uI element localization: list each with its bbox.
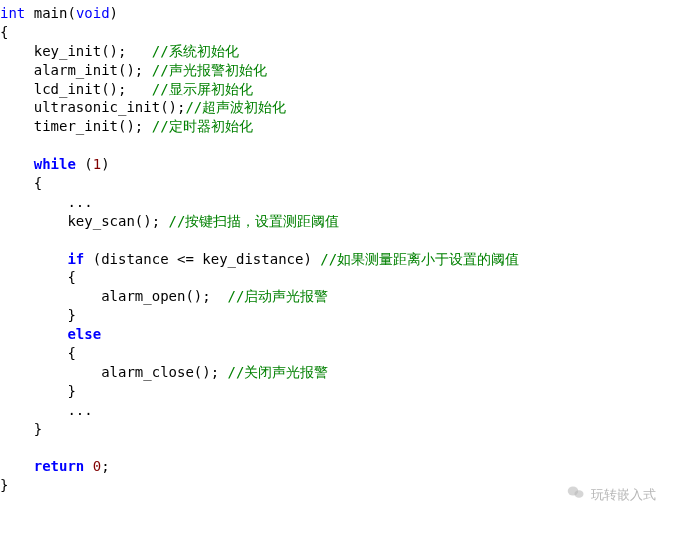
brace-close: } [0, 477, 8, 493]
code-text: ) [110, 5, 118, 21]
keyword-return: return [34, 458, 85, 474]
ellipsis: ... [0, 402, 93, 418]
code-text: timer_init(); [0, 118, 152, 134]
brace-close: } [0, 307, 76, 323]
comment: //定时器初始化 [152, 118, 253, 134]
indent [0, 251, 67, 267]
brace-open: { [0, 24, 8, 40]
brace-open: { [0, 345, 76, 361]
comment: //按键扫描，设置测距阈值 [169, 213, 340, 229]
comment: //关闭声光报警 [228, 364, 329, 380]
keyword-while: while [34, 156, 76, 172]
number-zero: 0 [93, 458, 101, 474]
comment: //超声波初始化 [185, 99, 286, 115]
indent [0, 156, 34, 172]
brace-close: } [0, 421, 42, 437]
code-text: alarm_close(); [0, 364, 228, 380]
type-void: void [76, 5, 110, 21]
type-int: int [0, 5, 25, 21]
brace-open: { [0, 175, 42, 191]
code-text: alarm_init(); [0, 62, 152, 78]
indent [0, 326, 67, 342]
comment: //声光报警初始化 [152, 62, 267, 78]
code-text: ( [76, 156, 93, 172]
ellipsis: ... [0, 194, 93, 210]
comment: //系统初始化 [152, 43, 239, 59]
code-text: alarm_open(); [0, 288, 228, 304]
comment: //启动声光报警 [228, 288, 329, 304]
comment: //显示屏初始化 [152, 81, 253, 97]
code-text [84, 458, 92, 474]
code-text: key_init(); [0, 43, 152, 59]
code-block: int main(void) { key_init(); //系统初始化 ala… [0, 0, 676, 495]
code-text: (distance <= key_distance) [84, 251, 320, 267]
number-one: 1 [93, 156, 101, 172]
code-text: ; [101, 458, 109, 474]
code-text: lcd_init(); [0, 81, 152, 97]
indent [0, 458, 34, 474]
code-text: key_scan(); [0, 213, 169, 229]
code-text: ultrasonic_init(); [0, 99, 185, 115]
brace-open: { [0, 269, 76, 285]
comment: //如果测量距离小于设置的阈值 [320, 251, 519, 267]
code-text: main( [25, 5, 76, 21]
keyword-else: else [67, 326, 101, 342]
keyword-if: if [67, 251, 84, 267]
code-text: ) [101, 156, 109, 172]
brace-close: } [0, 383, 76, 399]
